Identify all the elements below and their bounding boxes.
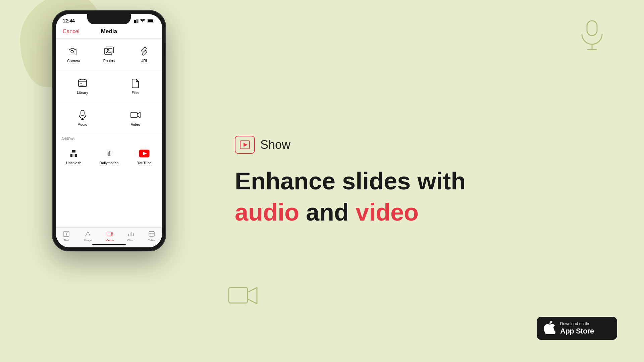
media-item-photos[interactable]: Photos <box>91 42 126 67</box>
audio-icon <box>77 110 88 120</box>
headline-line1: Enhance slides with <box>235 167 610 195</box>
nav-title: Media <box>101 28 117 35</box>
svg-rect-25 <box>587 21 597 36</box>
status-time: 12:44 <box>63 18 75 23</box>
svg-rect-12 <box>81 110 84 116</box>
tab-chart[interactable]: Chart <box>127 230 135 242</box>
status-icons <box>134 19 155 23</box>
svg-point-4 <box>142 21 143 22</box>
unsplash-icon <box>68 148 79 159</box>
dailymotion-icon: d <box>104 148 114 159</box>
badge-line2: App Store <box>560 327 594 336</box>
photos-icon <box>104 46 114 57</box>
tab-shape-label: Shape <box>84 239 92 242</box>
media-item-unsplash[interactable]: Unsplash <box>56 144 91 169</box>
youtube-icon <box>139 148 150 159</box>
files-label: Files <box>131 90 139 95</box>
video-icon <box>130 110 141 120</box>
camera-label: Camera <box>67 59 80 63</box>
svg-rect-11 <box>78 80 87 86</box>
library-icon <box>77 78 88 88</box>
right-content: Show Enhance slides with audio and video <box>201 0 644 362</box>
tab-shape[interactable]: Shape <box>84 230 92 242</box>
phone-mockup: 12:44 <box>52 10 173 258</box>
svg-rect-2 <box>137 19 138 23</box>
media-tab-icon <box>106 230 113 238</box>
tab-table[interactable]: Table <box>148 230 155 242</box>
library-label: Library <box>77 90 88 95</box>
badge-line1: Download on the <box>560 321 594 326</box>
media-item-video[interactable]: Video <box>109 106 162 130</box>
media-item-audio[interactable]: Audio <box>56 106 109 130</box>
svg-point-10 <box>107 50 109 51</box>
home-indicator <box>92 244 126 245</box>
video-decorative-icon <box>228 284 258 308</box>
svg-point-7 <box>71 50 73 53</box>
media-item-camera[interactable]: Camera <box>56 42 91 67</box>
tab-text-label: Text <box>64 239 69 242</box>
media-grid-row2: Library Files <box>56 70 162 102</box>
media-item-files[interactable]: Files <box>109 74 162 99</box>
tab-media-label: Media <box>106 239 114 242</box>
media-item-url[interactable]: URL <box>127 42 162 67</box>
show-label: Show <box>260 138 290 152</box>
tab-chart-label: Chart <box>127 239 135 242</box>
badge-text: Download on the App Store <box>560 321 594 336</box>
addons-label: AddOns <box>56 134 162 142</box>
shape-tab-icon <box>84 230 92 238</box>
show-badge: Show <box>235 136 610 154</box>
chart-tab-icon <box>127 230 135 238</box>
addons-grid: Unsplash d Dailymotion <box>56 142 162 171</box>
svg-rect-22 <box>149 232 154 236</box>
media-grid-row3: Audio Video <box>56 102 162 134</box>
tab-text[interactable]: Text <box>63 230 70 242</box>
media-item-youtube[interactable]: YouTube <box>127 144 162 169</box>
audio-label: Audio <box>78 122 87 126</box>
headline-video: video <box>356 199 419 226</box>
svg-rect-26 <box>229 288 248 303</box>
nav-bar: Cancel Media <box>56 25 162 39</box>
svg-rect-13 <box>131 112 137 118</box>
tab-media[interactable]: Media <box>106 230 114 242</box>
svg-rect-3 <box>138 19 139 23</box>
headline-and: and <box>299 199 356 226</box>
svg-rect-0 <box>134 20 135 23</box>
media-item-library[interactable]: Library <box>56 74 109 99</box>
app-store-badge[interactable]: Download on the App Store <box>537 317 617 340</box>
dailymotion-label: Dailymotion <box>99 161 118 165</box>
media-item-dailymotion[interactable]: d Dailymotion <box>91 144 126 169</box>
url-label: URL <box>141 59 148 63</box>
svg-marker-24 <box>244 143 248 147</box>
headline-audio: audio <box>235 199 299 226</box>
files-icon <box>130 78 141 88</box>
headline-line2: audio and video <box>235 198 610 226</box>
youtube-label: YouTube <box>137 161 152 165</box>
svg-rect-15 <box>72 154 75 157</box>
tab-table-label: Table <box>148 239 155 242</box>
cancel-button[interactable]: Cancel <box>63 28 79 35</box>
svg-rect-6 <box>148 19 153 22</box>
photos-label: Photos <box>103 59 115 63</box>
show-icon-box <box>235 136 255 154</box>
video-label: Video <box>131 122 140 126</box>
svg-text:d: d <box>107 150 111 157</box>
unsplash-label: Unsplash <box>66 161 82 165</box>
phone-notch <box>87 14 131 24</box>
media-grid-row1: Camera Photos <box>56 39 162 70</box>
camera-icon <box>68 46 79 57</box>
svg-rect-1 <box>135 20 136 23</box>
table-tab-icon <box>148 230 155 238</box>
apple-icon <box>544 321 555 336</box>
url-icon <box>139 46 150 57</box>
svg-rect-21 <box>107 232 112 236</box>
mic-decorative-icon <box>580 20 604 52</box>
text-tab-icon <box>63 230 70 238</box>
